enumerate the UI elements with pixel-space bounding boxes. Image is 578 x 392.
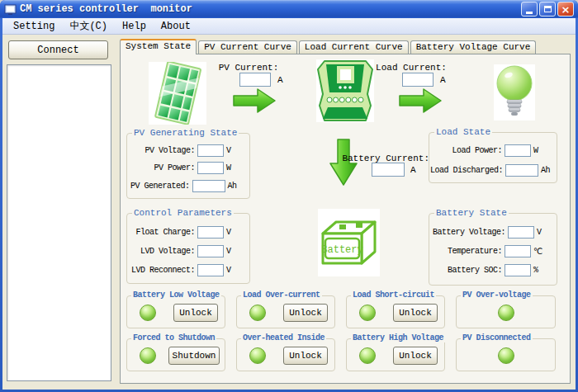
pv-voltage-unit: V: [226, 146, 243, 155]
unlock-button[interactable]: Unlock: [393, 304, 438, 322]
status-led: [249, 347, 266, 364]
temperature-unit: ℃: [533, 247, 550, 257]
battery-soc-label: Battery SOC:: [448, 266, 502, 275]
lvd-reconnect-unit: V: [226, 266, 243, 275]
control-parameters-group: Control Parameters Float Charge: V LVD V…: [126, 213, 250, 284]
menu-about[interactable]: About: [154, 19, 198, 34]
pv-generated-label: PV Generated:: [130, 182, 190, 191]
minimize-icon: [526, 12, 533, 14]
pv-power-label: PV Power:: [154, 163, 195, 172]
alarm-title: Load Over-current: [241, 290, 322, 300]
load-current-unit: A: [440, 75, 446, 85]
status-led: [498, 347, 514, 364]
charge-controller-icon: [316, 59, 374, 122]
device-listbox[interactable]: [7, 64, 111, 381]
alarm-title: Forced to Shutdown: [131, 333, 216, 342]
pv-current-label: PV Current:: [211, 63, 286, 73]
float-charge-input[interactable]: [197, 226, 224, 239]
app-window: CM series controller monitor × Setting 中…: [0, 0, 578, 392]
pv-current-input[interactable]: [239, 73, 271, 87]
load-current-label: Load Current:: [370, 63, 452, 73]
menu-language[interactable]: 中文(C): [62, 17, 115, 35]
alarm-title: PV Over-voltage: [461, 290, 533, 300]
unlock-button[interactable]: Unlock: [393, 347, 438, 365]
group-title: Load State: [434, 127, 492, 137]
status-led: [359, 305, 376, 321]
alarm-over-heated-inside: Over-heated Inside Unlock: [236, 338, 335, 371]
shutdown-button[interactable]: Shutdown: [168, 347, 220, 365]
menu-bar: Setting 中文(C) Help About: [2, 18, 576, 35]
load-current-input[interactable]: [402, 73, 434, 87]
close-button[interactable]: ×: [557, 2, 574, 17]
battery-current-input[interactable]: [372, 163, 405, 177]
pv-power-unit: W: [226, 163, 243, 172]
tab-load-current-curve[interactable]: Load Current Curve: [299, 40, 409, 54]
connect-button[interactable]: Connect: [8, 40, 108, 59]
pv-voltage-input[interactable]: [197, 144, 224, 157]
float-charge-unit: V: [226, 228, 243, 237]
status-led: [140, 305, 156, 321]
battery-voltage-input[interactable]: [508, 226, 534, 239]
menu-help[interactable]: Help: [115, 19, 154, 34]
light-bulb-icon: [494, 64, 535, 120]
pv-power-input[interactable]: [197, 162, 224, 174]
load-discharged-unit: Ah: [541, 166, 550, 175]
tab-pv-current-curve[interactable]: PV Current Curve: [198, 40, 297, 54]
unlock-button[interactable]: Unlock: [283, 347, 328, 365]
alarm-pv-disconnected: PV Disconnected: [456, 338, 556, 371]
status-led: [249, 305, 266, 321]
lvd-voltage-input[interactable]: [197, 245, 224, 257]
float-charge-label: Float Charge:: [135, 228, 195, 237]
pv-generating-state-group: PV Generating State PV Voltage: V PV Pow…: [126, 133, 250, 199]
load-discharged-input[interactable]: [505, 164, 538, 177]
battery-soc-input[interactable]: [505, 264, 531, 276]
status-led: [140, 347, 156, 364]
minimize-button[interactable]: [521, 2, 538, 17]
load-power-unit: W: [533, 146, 550, 155]
arrow-right-icon: [399, 87, 442, 116]
temperature-input[interactable]: [505, 245, 531, 257]
alarm-title: Over-heated Inside: [241, 333, 326, 342]
lvd-reconnect-input[interactable]: [197, 264, 224, 276]
alarm-pv-over-voltage: PV Over-voltage: [456, 295, 556, 328]
pv-generated-input[interactable]: [192, 180, 225, 192]
alarm-title: Battery Low Voltage: [131, 290, 221, 300]
menu-setting[interactable]: Setting: [6, 19, 62, 34]
battery-voltage-label: Battery Voltage:: [433, 228, 505, 237]
solar-panel-icon: [149, 62, 206, 125]
battery-voltage-unit: V: [537, 228, 550, 237]
alarm-battery-low-voltage: Battery Low Voltage Unlock: [126, 295, 225, 328]
load-state-group: Load State Load Power: W Load Discharged…: [429, 132, 557, 183]
app-icon: [4, 3, 17, 16]
pv-generated-unit: Ah: [228, 182, 243, 191]
tab-strip: System State PV Current Curve Load Curre…: [120, 38, 536, 54]
system-state-panel: PV Current: A: [120, 54, 571, 384]
alarm-load-short-circuit: Load Short-circuit Unlock: [346, 295, 445, 328]
tab-battery-voltage-curve[interactable]: Battery Voltage Curve: [410, 40, 537, 54]
battery-state-group: Battery State Battery Voltage: V Tempera…: [429, 213, 557, 286]
battery-current-unit: A: [410, 165, 416, 175]
lvd-reconnect-label: LVD Reconnect:: [131, 266, 195, 275]
battery-label: Battery: [321, 244, 362, 256]
maximize-icon: [544, 6, 552, 12]
arrow-right-icon: [233, 87, 276, 116]
alarm-load-over-current: Load Over-current Unlock: [236, 295, 335, 328]
alarm-title: PV Disconnected: [461, 333, 533, 342]
battery-soc-unit: %: [533, 266, 550, 275]
group-title: Control Parameters: [132, 208, 234, 218]
temperature-label: Temperature:: [448, 247, 502, 256]
load-power-label: Load Power:: [452, 146, 502, 155]
unlock-button[interactable]: Unlock: [283, 304, 328, 322]
group-title: PV Generating State: [132, 128, 239, 138]
status-led: [359, 347, 376, 364]
battery-icon: Battery: [318, 209, 380, 276]
alarm-battery-high-voltage: Battery High Voltage Unlock: [346, 338, 445, 371]
pv-current-unit: A: [277, 75, 283, 85]
pv-voltage-label: PV Voltage:: [144, 146, 195, 155]
maximize-button[interactable]: [539, 2, 556, 17]
titlebar[interactable]: CM series controller monitor ×: [0, 0, 578, 18]
tab-system-state[interactable]: System State: [120, 39, 197, 54]
unlock-button[interactable]: Unlock: [173, 304, 218, 322]
load-power-input[interactable]: [505, 144, 531, 157]
load-discharged-label: Load Discharged:: [430, 166, 503, 175]
